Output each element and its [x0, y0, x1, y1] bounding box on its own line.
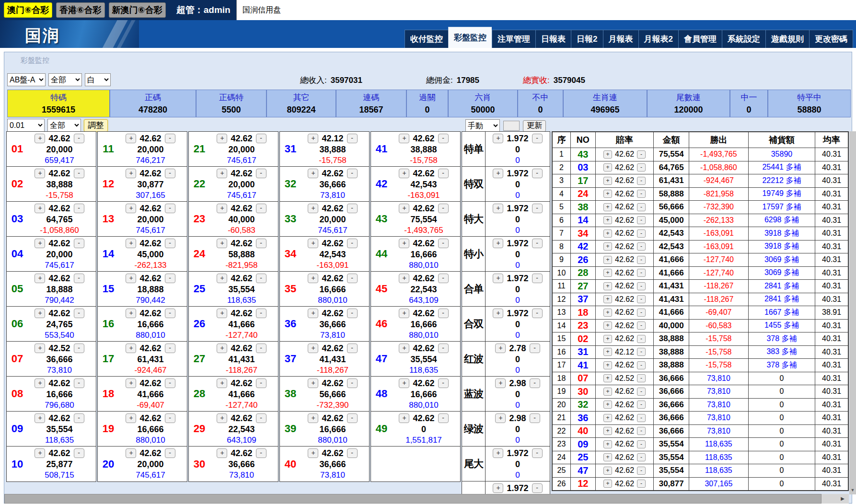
category-tab-不中[interactable]: 不中0 [518, 90, 564, 117]
odds-increase-button[interactable]: + [35, 204, 45, 213]
odds-increase-button[interactable]: + [493, 169, 503, 178]
odds-increase-button[interactable]: + [217, 344, 227, 353]
category-tab-特碼[interactable]: 特碼1559615 [8, 90, 110, 117]
nav-tab-更改密碼[interactable]: 更改密碼 [809, 30, 853, 48]
odds-decrease-button[interactable]: - [347, 413, 358, 423]
odds-decrease-button[interactable]: - [532, 204, 543, 213]
nav-tab-月報表2[interactable]: 月報表2 [638, 30, 678, 48]
odds-decrease-button[interactable]: - [532, 448, 543, 458]
odds-increase-button[interactable]: + [495, 378, 506, 388]
category-tab-中一[interactable]: 中一0 [730, 90, 768, 117]
odds-increase-button[interactable]: + [603, 321, 612, 330]
odds-increase-button[interactable]: + [217, 274, 227, 283]
odds-increase-button[interactable]: + [308, 344, 318, 353]
odds-decrease-button[interactable]: - [637, 427, 646, 435]
odds-increase-button[interactable]: + [217, 204, 227, 213]
odds-increase-button[interactable]: + [308, 413, 318, 423]
odds-increase-button[interactable]: + [308, 448, 318, 458]
odds-increase-button[interactable]: + [399, 344, 409, 353]
odds-decrease-button[interactable]: - [74, 309, 84, 318]
odds-increase-button[interactable]: + [603, 256, 612, 264]
odds-decrease-button[interactable]: - [74, 204, 84, 213]
odds-increase-button[interactable]: + [35, 448, 45, 458]
odds-decrease-button[interactable]: - [347, 239, 358, 248]
odds-increase-button[interactable]: + [603, 414, 612, 422]
odds-increase-button[interactable]: + [126, 378, 136, 388]
odds-increase-button[interactable]: + [603, 282, 612, 290]
odds-decrease-button[interactable]: - [532, 483, 543, 493]
nav-tab-收付監控[interactable]: 收付監控 [405, 30, 448, 48]
odds-increase-button[interactable]: + [217, 378, 227, 388]
odds-decrease-button[interactable]: - [74, 239, 84, 248]
board-select[interactable]: AB盤-A [7, 73, 46, 86]
odds-increase-button[interactable]: + [308, 309, 318, 318]
odds-decrease-button[interactable]: - [165, 274, 175, 283]
odds-decrease-button[interactable]: - [637, 309, 646, 317]
odds-decrease-button[interactable]: - [438, 378, 449, 388]
table-vertical-scrollbar[interactable]: ▼ [849, 131, 856, 494]
odds-increase-button[interactable]: + [217, 309, 227, 318]
odds-increase-button[interactable]: + [35, 378, 45, 388]
odds-increase-button[interactable]: + [603, 427, 612, 435]
odds-decrease-button[interactable]: - [256, 204, 266, 213]
category-tab-過關[interactable]: 過關0 [407, 90, 449, 117]
odds-increase-button[interactable]: + [603, 216, 612, 224]
odds-increase-button[interactable]: + [308, 204, 318, 213]
odds-decrease-button[interactable]: - [74, 134, 84, 143]
odds-increase-button[interactable]: + [126, 134, 136, 143]
category-tab-生肖連[interactable]: 生肖連496965 [564, 90, 648, 117]
odds-increase-button[interactable]: + [603, 440, 612, 448]
odds-increase-button[interactable]: + [603, 388, 612, 396]
odds-increase-button[interactable]: + [126, 274, 136, 283]
odds-decrease-button[interactable]: - [532, 274, 543, 283]
odds-increase-button[interactable]: + [399, 309, 409, 318]
odds-decrease-button[interactable]: - [637, 335, 646, 343]
odds-increase-button[interactable]: + [603, 163, 612, 172]
odds-increase-button[interactable]: + [35, 274, 45, 283]
odds-increase-button[interactable]: + [126, 239, 136, 248]
odds-decrease-button[interactable]: - [165, 344, 175, 353]
odds-increase-button[interactable]: + [126, 344, 136, 353]
odds-increase-button[interactable]: + [308, 378, 318, 388]
odds-increase-button[interactable]: + [603, 348, 612, 356]
odds-decrease-button[interactable]: - [438, 134, 449, 143]
odds-decrease-button[interactable]: - [530, 378, 540, 388]
odds-increase-button[interactable]: + [603, 361, 612, 369]
odds-decrease-button[interactable]: - [637, 388, 646, 396]
odds-increase-button[interactable]: + [217, 239, 227, 248]
odds-decrease-button[interactable]: - [637, 216, 646, 224]
odds-decrease-button[interactable]: - [637, 242, 646, 251]
nav-tab-會員管理[interactable]: 會員管理 [678, 30, 722, 48]
nav-tab-遊戲規則[interactable]: 遊戲規則 [765, 30, 809, 48]
nav-tab-彩盤監控[interactable]: 彩盤監控 [448, 27, 492, 48]
odds-increase-button[interactable]: + [217, 134, 227, 143]
odds-increase-button[interactable]: + [603, 467, 612, 475]
range-select[interactable]: 全部 [47, 119, 81, 132]
odds-increase-button[interactable]: + [493, 134, 503, 143]
odds-decrease-button[interactable]: - [532, 309, 543, 318]
odds-increase-button[interactable]: + [495, 344, 506, 353]
odds-increase-button[interactable]: + [493, 239, 503, 248]
odds-decrease-button[interactable]: - [438, 309, 449, 318]
odds-decrease-button[interactable]: - [347, 274, 358, 283]
nav-tab-日報表[interactable]: 日報表 [535, 30, 571, 48]
odds-increase-button[interactable]: + [399, 134, 409, 143]
odds-decrease-button[interactable]: - [438, 204, 449, 213]
odds-decrease-button[interactable]: - [74, 274, 84, 283]
odds-increase-button[interactable]: + [603, 295, 612, 303]
category-tab-正碼特[interactable]: 正碼特5500 [197, 90, 267, 117]
lottery-tab[interactable]: 澳门⑥合彩 [4, 2, 52, 18]
odds-decrease-button[interactable]: - [438, 274, 449, 283]
odds-decrease-button[interactable]: - [438, 344, 449, 353]
odds-decrease-button[interactable]: - [347, 309, 358, 318]
scroll-down-arrow-icon[interactable]: ▼ [849, 486, 856, 494]
odds-increase-button[interactable]: + [399, 239, 409, 248]
odds-decrease-button[interactable]: - [532, 169, 543, 178]
odds-decrease-button[interactable]: - [165, 204, 175, 213]
odds-increase-button[interactable]: + [603, 335, 612, 343]
odds-decrease-button[interactable]: - [347, 134, 358, 143]
odds-decrease-button[interactable]: - [74, 413, 84, 423]
category-tab-六肖[interactable]: 六肖50000 [449, 90, 518, 117]
odds-decrease-button[interactable]: - [256, 413, 266, 423]
odds-decrease-button[interactable]: - [637, 229, 646, 238]
